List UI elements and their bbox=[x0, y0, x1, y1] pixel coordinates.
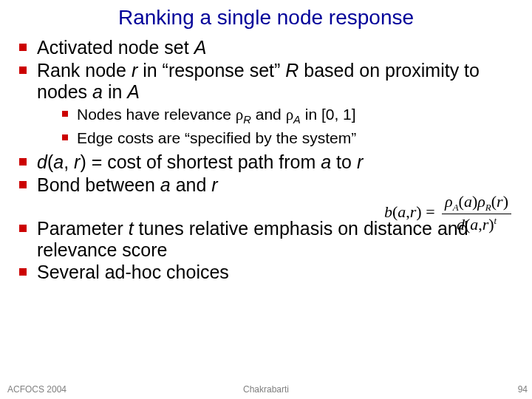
bullet-adhoc: Several ad-hoc choices bbox=[15, 262, 525, 283]
var-A: A bbox=[127, 81, 140, 102]
paren: ) bbox=[503, 192, 508, 211]
sup-t: t bbox=[494, 215, 497, 226]
text: in “response set” bbox=[137, 60, 285, 81]
text: ( bbox=[47, 151, 53, 172]
text: in bbox=[103, 81, 127, 102]
bullet-relevance: Nodes have relevance ρR and ρA in [0, 1] bbox=[37, 105, 525, 127]
sub-A: A bbox=[293, 114, 301, 126]
text: Edge costs are “specified by the system” bbox=[77, 129, 356, 146]
var-r: r bbox=[357, 151, 363, 172]
slide-content: Activated node set A Rank node r in “res… bbox=[0, 37, 532, 283]
text: Nodes have relevance bbox=[77, 106, 236, 123]
sub-A: A bbox=[453, 202, 459, 213]
rho: ρ bbox=[445, 192, 453, 211]
var-a: a bbox=[398, 202, 406, 221]
bullet-list: Activated node set A Rank node r in “res… bbox=[15, 37, 525, 196]
bullet-distance: d(a, r) = cost of shortest path from a t… bbox=[15, 151, 525, 173]
sub-R: R bbox=[485, 202, 491, 213]
rho: ρ bbox=[236, 106, 243, 123]
lhs-b: b bbox=[384, 202, 392, 221]
var-d: d bbox=[37, 151, 47, 172]
text: Several ad-hoc choices bbox=[37, 262, 229, 282]
var-a: a bbox=[92, 81, 103, 102]
paren: ( bbox=[491, 192, 497, 211]
text: and bbox=[251, 106, 286, 123]
bullet-rank-node: Rank node r in “response set” R based on… bbox=[15, 60, 525, 148]
paren: ( bbox=[459, 192, 464, 211]
sub-R: R bbox=[243, 114, 251, 126]
text: Parameter bbox=[37, 218, 129, 239]
text: , bbox=[64, 151, 74, 172]
text: Rank node bbox=[37, 60, 132, 81]
footer-author: Chakrabarti bbox=[243, 384, 289, 395]
equals: = bbox=[422, 202, 439, 221]
footer-page-number: 94 bbox=[518, 384, 528, 395]
rho: ρ bbox=[477, 192, 485, 211]
text: Activated node set bbox=[37, 37, 194, 58]
text: in [0, 1] bbox=[301, 106, 356, 123]
slide-title: Ranking a single node response bbox=[0, 0, 532, 37]
fraction: ρA(a)ρR(r)d(a,r)t bbox=[442, 194, 511, 233]
text: Bond between bbox=[37, 174, 160, 195]
paren: ) bbox=[488, 216, 494, 234]
var-d: d bbox=[457, 216, 465, 234]
var-A: A bbox=[194, 37, 207, 58]
bullet-edge-costs: Edge costs are “specified by the system” bbox=[37, 129, 525, 147]
numerator: ρA(a)ρR(r) bbox=[442, 194, 511, 214]
var-t: t bbox=[129, 218, 134, 239]
text: to bbox=[331, 151, 357, 172]
rho: ρ bbox=[286, 106, 293, 123]
var-a: a bbox=[464, 192, 472, 211]
var-a: a bbox=[470, 216, 478, 234]
sub-bullet-list: Nodes have relevance ρR and ρA in [0, 1]… bbox=[37, 105, 525, 147]
var-a: a bbox=[53, 151, 64, 172]
text: ) bbox=[80, 151, 86, 172]
var-r: r bbox=[211, 174, 217, 195]
var-r: r bbox=[482, 216, 489, 234]
bond-formula: b(a,r) = ρA(a)ρR(r)d(a,r)t bbox=[384, 194, 511, 233]
var-a: a bbox=[321, 151, 331, 172]
var-r: r bbox=[132, 60, 137, 81]
var-r: r bbox=[497, 192, 503, 211]
text: and bbox=[171, 174, 212, 195]
var-a: a bbox=[160, 174, 171, 195]
text: = cost of shortest path from bbox=[86, 151, 321, 172]
paren: ) bbox=[416, 202, 421, 221]
var-R: R bbox=[285, 60, 299, 81]
denominator: d(a,r)t bbox=[442, 214, 511, 233]
bullet-activated-set: Activated node set A bbox=[15, 37, 525, 58]
footer-conference: ACFOCS 2004 bbox=[7, 384, 66, 395]
